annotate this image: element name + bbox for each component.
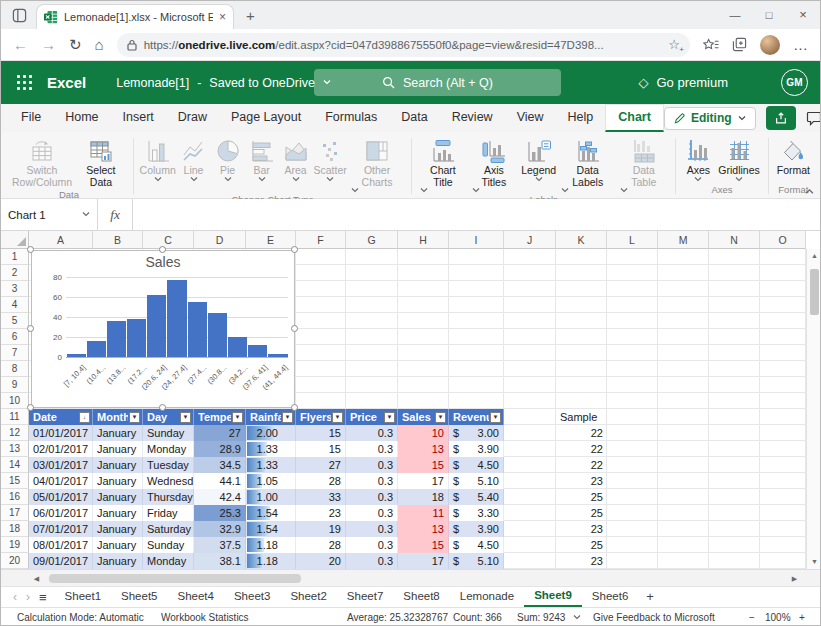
browser-tab[interactable]: Lemonade[1].xlsx - Microsoft Exc × [36,4,234,29]
filter-icon[interactable]: ▼ [282,412,293,423]
cell-revenue[interactable]: $4.50 [449,537,504,553]
sheet-tab-sheet7[interactable]: Sheet7 [337,587,393,607]
cell-day[interactable]: Tuesday [143,457,194,473]
row-header-9[interactable]: 9 [1,377,29,393]
cell-sales[interactable]: 15 [398,457,449,473]
scroll-left-icon[interactable]: ◀ [29,571,44,586]
name-box[interactable]: Chart 1 [1,199,98,230]
chart-object[interactable]: Sales [7, 10.4](10.4...(13.8...(17.2...(… [31,250,295,408]
cell-date[interactable]: 06/01/2017 [29,505,93,521]
sheet-list-icon[interactable]: ≡ [39,590,47,605]
calc-mode-status[interactable]: Calculation Mode: Automatic [17,608,144,626]
browser-menu-icon[interactable]: … [793,37,808,52]
column-header-c[interactable]: C [143,231,194,249]
cell-sales[interactable]: 13 [398,521,449,537]
maximize-button[interactable]: □ [752,1,786,29]
cell-price[interactable]: 0.3 [346,521,398,537]
cell-rainfall[interactable]: 2.00 [246,425,296,441]
browser-profile-avatar[interactable] [760,35,780,55]
row-header-4[interactable]: 4 [1,297,29,313]
column-header-b[interactable]: B [93,231,143,249]
column-header-k[interactable]: K [556,231,607,249]
sample-value-cell[interactable]: 25 [556,505,607,521]
cell-flyers[interactable]: 28 [296,537,346,553]
ribbon-button-format[interactable]: Format [774,137,813,176]
tab-close-icon[interactable]: × [219,10,226,24]
sample-value-cell[interactable]: 23 [556,473,607,489]
cell-flyers[interactable]: 28 [296,473,346,489]
sheet-tab-sheet4[interactable]: Sheet4 [168,587,224,607]
cell-date[interactable]: 05/01/2017 [29,489,93,505]
filter-icon[interactable]: ▼ [232,412,243,423]
cell-day[interactable]: Friday [143,505,194,521]
filter-icon[interactable]: ▼ [180,412,191,423]
column-header-l[interactable]: L [607,231,658,249]
home-icon[interactable]: ⌂ [95,37,104,52]
cell-date[interactable]: 07/01/2017 [29,521,93,537]
collapse-ribbon-button[interactable] [805,188,814,194]
close-button[interactable]: × [786,1,820,29]
selection-handle[interactable] [291,246,298,253]
cell-rainfall[interactable]: 1.33 [246,457,296,473]
table-header-month[interactable]: Month▼ [93,409,143,425]
app-launcher-icon[interactable] [17,75,32,90]
cell-temperature[interactable]: 44.1 [194,473,246,489]
cell-month[interactable]: January [93,521,143,537]
cell-sales[interactable]: 18 [398,489,449,505]
column-header-g[interactable]: G [346,231,398,249]
add-favorite-icon[interactable]: ☆+ [668,37,680,52]
cell-temperature[interactable]: 34.5 [194,457,246,473]
row-header-3[interactable]: 3 [1,281,29,297]
search-input[interactable]: Search (Alt + Q) [314,69,561,96]
tab-actions-icon[interactable] [11,7,28,24]
cell-rainfall[interactable]: 1.00 [246,489,296,505]
cell-sales[interactable]: 17 [398,473,449,489]
cell-price[interactable]: 0.3 [346,425,398,441]
cell-day[interactable]: Monday [143,553,194,569]
cell-sales[interactable]: 13 [398,441,449,457]
new-tab-button[interactable]: + [246,7,255,24]
cell-temperature[interactable]: 27 [194,425,246,441]
cell-revenue[interactable]: $5.10 [449,473,504,489]
cell-price[interactable]: 0.3 [346,489,398,505]
horizontal-scrollbar-thumb[interactable] [49,574,301,583]
document-title[interactable]: Lemonade[1] - Saved to OneDrive [116,76,331,90]
cell-temperature[interactable]: 28.9 [194,441,246,457]
sample-value-cell[interactable]: 22 [556,457,607,473]
row-header-16[interactable]: 16 [1,489,29,505]
ribbon-tab-review[interactable]: Review [440,104,505,132]
cell-sales[interactable]: 17 [398,553,449,569]
cell-month[interactable]: January [93,489,143,505]
ribbon-button-data-labels[interactable]: Data Labels [558,137,617,193]
cell-revenue[interactable]: $5.10 [449,553,504,569]
cell-flyers[interactable]: 20 [296,553,346,569]
zoom-level[interactable]: 100% [765,608,791,626]
row-header-18[interactable]: 18 [1,521,29,537]
account-avatar[interactable]: GM [781,69,808,96]
cell-revenue[interactable]: $3.00 [449,425,504,441]
go-premium-button[interactable]: ◇ Go premium [638,61,728,104]
cell-rainfall[interactable]: 1.18 [246,537,296,553]
cell-temperature[interactable]: 42.4 [194,489,246,505]
cell-revenue[interactable]: $4.50 [449,457,504,473]
cell-temperature[interactable]: 25.3 [194,505,246,521]
cell-flyers[interactable]: 27 [296,457,346,473]
sample-value-cell[interactable]: 22 [556,425,607,441]
column-header-h[interactable]: H [398,231,449,249]
sample-value-cell[interactable]: 22 [556,441,607,457]
ribbon-tab-page-layout[interactable]: Page Layout [219,104,313,132]
cell-temperature[interactable]: 32.9 [194,521,246,537]
cell-price[interactable]: 0.3 [346,505,398,521]
formula-input[interactable] [133,199,820,230]
address-bar[interactable]: https://onedrive.live.com/edit.aspx?cid=… [117,33,690,57]
sheet-tab-sheet2[interactable]: Sheet2 [280,587,336,607]
row-header-15[interactable]: 15 [1,473,29,489]
refresh-icon[interactable]: ↻ [69,37,82,52]
filter-icon[interactable]: ▼ [384,412,395,423]
selection-handle[interactable] [159,246,166,253]
ribbon-tab-chart[interactable]: Chart [605,104,664,132]
selection-handle[interactable] [27,404,34,411]
selection-handle[interactable] [291,325,298,332]
cell-temperature[interactable]: 38.1 [194,553,246,569]
cell-day[interactable]: Monday [143,441,194,457]
